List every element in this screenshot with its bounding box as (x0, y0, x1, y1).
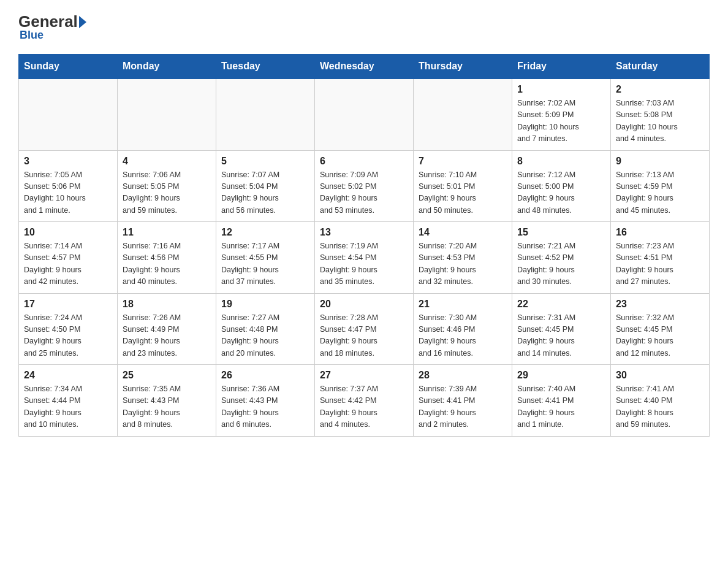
calendar-cell: 13Sunrise: 7:19 AM Sunset: 4:54 PM Dayli… (315, 222, 414, 294)
sun-info: Sunrise: 7:21 AM Sunset: 4:52 PM Dayligh… (517, 240, 605, 288)
sun-info: Sunrise: 7:19 AM Sunset: 4:54 PM Dayligh… (320, 240, 408, 288)
calendar-cell: 2Sunrise: 7:03 AM Sunset: 5:08 PM Daylig… (611, 79, 710, 150)
calendar-cell: 5Sunrise: 7:07 AM Sunset: 5:04 PM Daylig… (216, 150, 315, 222)
day-number: 2 (616, 84, 704, 95)
sun-info: Sunrise: 7:26 AM Sunset: 4:49 PM Dayligh… (123, 312, 211, 360)
calendar-cell (414, 79, 512, 150)
sun-info: Sunrise: 7:35 AM Sunset: 4:43 PM Dayligh… (123, 383, 211, 431)
sun-info: Sunrise: 7:41 AM Sunset: 4:40 PM Dayligh… (616, 383, 704, 431)
header-day-saturday: Saturday (611, 55, 710, 79)
sun-info: Sunrise: 7:09 AM Sunset: 5:02 PM Dayligh… (320, 169, 408, 217)
calendar-cell: 1Sunrise: 7:02 AM Sunset: 5:09 PM Daylig… (512, 79, 611, 150)
calendar-cell: 21Sunrise: 7:30 AM Sunset: 4:46 PM Dayli… (414, 293, 512, 365)
sun-info: Sunrise: 7:31 AM Sunset: 4:45 PM Dayligh… (517, 312, 605, 360)
calendar-cell: 3Sunrise: 7:05 AM Sunset: 5:06 PM Daylig… (19, 150, 118, 222)
day-number: 28 (419, 370, 507, 381)
calendar-cell: 20Sunrise: 7:28 AM Sunset: 4:47 PM Dayli… (315, 293, 414, 365)
day-number: 16 (616, 227, 704, 238)
calendar-cell: 9Sunrise: 7:13 AM Sunset: 4:59 PM Daylig… (611, 150, 710, 222)
sun-info: Sunrise: 7:20 AM Sunset: 4:53 PM Dayligh… (419, 240, 507, 288)
calendar-cell: 7Sunrise: 7:10 AM Sunset: 5:01 PM Daylig… (414, 150, 512, 222)
day-number: 23 (616, 299, 704, 310)
calendar-cell: 15Sunrise: 7:21 AM Sunset: 4:52 PM Dayli… (512, 222, 611, 294)
calendar-cell: 16Sunrise: 7:23 AM Sunset: 4:51 PM Dayli… (611, 222, 710, 294)
calendar-cell: 19Sunrise: 7:27 AM Sunset: 4:48 PM Dayli… (216, 293, 315, 365)
header-day-monday: Monday (118, 55, 216, 79)
calendar-cell: 8Sunrise: 7:12 AM Sunset: 5:00 PM Daylig… (512, 150, 611, 222)
sun-info: Sunrise: 7:36 AM Sunset: 4:43 PM Dayligh… (221, 383, 309, 431)
calendar-cell: 24Sunrise: 7:34 AM Sunset: 4:44 PM Dayli… (19, 365, 118, 437)
calendar-week-2: 3Sunrise: 7:05 AM Sunset: 5:06 PM Daylig… (19, 150, 710, 222)
calendar-cell: 18Sunrise: 7:26 AM Sunset: 4:49 PM Dayli… (118, 293, 216, 365)
day-number: 6 (320, 156, 408, 167)
calendar-table: SundayMondayTuesdayWednesdayThursdayFrid… (18, 54, 710, 437)
day-number: 15 (517, 227, 605, 238)
sun-info: Sunrise: 7:40 AM Sunset: 4:41 PM Dayligh… (517, 383, 605, 431)
calendar-cell: 12Sunrise: 7:17 AM Sunset: 4:55 PM Dayli… (216, 222, 315, 294)
day-number: 20 (320, 299, 408, 310)
day-number: 4 (123, 156, 211, 167)
calendar-cell: 30Sunrise: 7:41 AM Sunset: 4:40 PM Dayli… (611, 365, 710, 437)
calendar-cell: 4Sunrise: 7:06 AM Sunset: 5:05 PM Daylig… (118, 150, 216, 222)
calendar-cell: 17Sunrise: 7:24 AM Sunset: 4:50 PM Dayli… (19, 293, 118, 365)
header-day-wednesday: Wednesday (315, 55, 414, 79)
sun-info: Sunrise: 7:10 AM Sunset: 5:01 PM Dayligh… (419, 169, 507, 217)
day-number: 1 (517, 84, 605, 95)
sun-info: Sunrise: 7:23 AM Sunset: 4:51 PM Dayligh… (616, 240, 704, 288)
day-number: 25 (123, 370, 211, 381)
logo-subtitle-blue: Blue (20, 29, 44, 42)
calendar-week-4: 17Sunrise: 7:24 AM Sunset: 4:50 PM Dayli… (19, 293, 710, 365)
sun-info: Sunrise: 7:03 AM Sunset: 5:08 PM Dayligh… (616, 98, 704, 145)
day-number: 19 (221, 299, 309, 310)
sun-info: Sunrise: 7:05 AM Sunset: 5:06 PM Dayligh… (24, 169, 112, 217)
sun-info: Sunrise: 7:02 AM Sunset: 5:09 PM Dayligh… (517, 98, 605, 145)
calendar-week-1: 1Sunrise: 7:02 AM Sunset: 5:09 PM Daylig… (19, 79, 710, 150)
day-number: 10 (24, 227, 112, 238)
calendar-cell: 6Sunrise: 7:09 AM Sunset: 5:02 PM Daylig… (315, 150, 414, 222)
calendar-cell: 11Sunrise: 7:16 AM Sunset: 4:56 PM Dayli… (118, 222, 216, 294)
header-day-friday: Friday (512, 55, 611, 79)
day-number: 9 (616, 156, 704, 167)
day-number: 14 (419, 227, 507, 238)
calendar-cell: 29Sunrise: 7:40 AM Sunset: 4:41 PM Dayli… (512, 365, 611, 437)
day-number: 5 (221, 156, 309, 167)
day-number: 22 (517, 299, 605, 310)
sun-info: Sunrise: 7:37 AM Sunset: 4:42 PM Dayligh… (320, 383, 408, 431)
sun-info: Sunrise: 7:24 AM Sunset: 4:50 PM Dayligh… (24, 312, 112, 360)
day-number: 27 (320, 370, 408, 381)
day-number: 29 (517, 370, 605, 381)
day-number: 24 (24, 370, 112, 381)
calendar-cell (118, 79, 216, 150)
day-number: 3 (24, 156, 112, 167)
calendar-cell (315, 79, 414, 150)
header-day-sunday: Sunday (19, 55, 118, 79)
calendar-cell: 28Sunrise: 7:39 AM Sunset: 4:41 PM Dayli… (414, 365, 512, 437)
sun-info: Sunrise: 7:34 AM Sunset: 4:44 PM Dayligh… (24, 383, 112, 431)
logo: General Blue (18, 12, 88, 42)
day-number: 12 (221, 227, 309, 238)
calendar-cell: 22Sunrise: 7:31 AM Sunset: 4:45 PM Dayli… (512, 293, 611, 365)
header-day-tuesday: Tuesday (216, 55, 315, 79)
sun-info: Sunrise: 7:07 AM Sunset: 5:04 PM Dayligh… (221, 169, 309, 217)
sun-info: Sunrise: 7:28 AM Sunset: 4:47 PM Dayligh… (320, 312, 408, 360)
day-number: 26 (221, 370, 309, 381)
sun-info: Sunrise: 7:17 AM Sunset: 4:55 PM Dayligh… (221, 240, 309, 288)
calendar-header-row: SundayMondayTuesdayWednesdayThursdayFrid… (19, 55, 710, 79)
logo-triangle-icon (79, 16, 86, 28)
calendar-cell (19, 79, 118, 150)
calendar-cell: 26Sunrise: 7:36 AM Sunset: 4:43 PM Dayli… (216, 365, 315, 437)
calendar-week-5: 24Sunrise: 7:34 AM Sunset: 4:44 PM Dayli… (19, 365, 710, 437)
sun-info: Sunrise: 7:30 AM Sunset: 4:46 PM Dayligh… (419, 312, 507, 360)
day-number: 21 (419, 299, 507, 310)
sun-info: Sunrise: 7:06 AM Sunset: 5:05 PM Dayligh… (123, 169, 211, 217)
sun-info: Sunrise: 7:14 AM Sunset: 4:57 PM Dayligh… (24, 240, 112, 288)
calendar-cell: 14Sunrise: 7:20 AM Sunset: 4:53 PM Dayli… (414, 222, 512, 294)
calendar-cell: 23Sunrise: 7:32 AM Sunset: 4:45 PM Dayli… (611, 293, 710, 365)
calendar-cell: 25Sunrise: 7:35 AM Sunset: 4:43 PM Dayli… (118, 365, 216, 437)
calendar-cell: 27Sunrise: 7:37 AM Sunset: 4:42 PM Dayli… (315, 365, 414, 437)
calendar-cell: 10Sunrise: 7:14 AM Sunset: 4:57 PM Dayli… (19, 222, 118, 294)
sun-info: Sunrise: 7:12 AM Sunset: 5:00 PM Dayligh… (517, 169, 605, 217)
header: General Blue (18, 12, 710, 42)
sun-info: Sunrise: 7:13 AM Sunset: 4:59 PM Dayligh… (616, 169, 704, 217)
day-number: 13 (320, 227, 408, 238)
